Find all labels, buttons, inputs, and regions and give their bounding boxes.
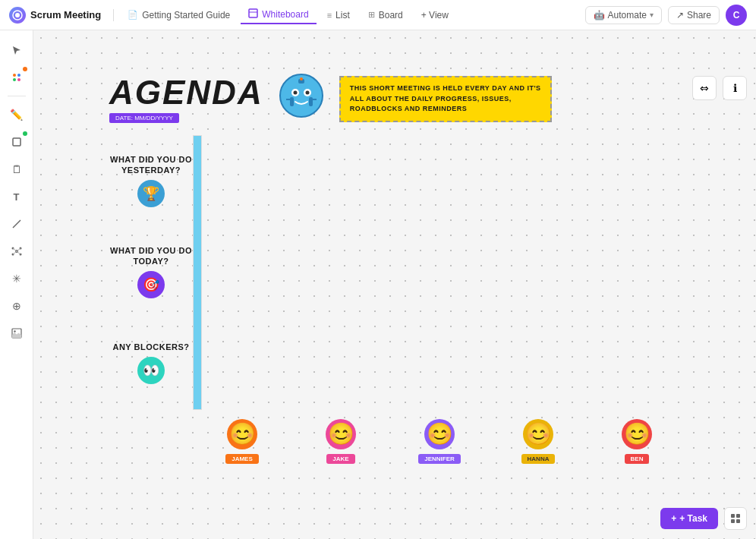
toolbar-icons: ⇔ ℹ <box>692 76 747 100</box>
svg-line-15 <box>13 248 17 251</box>
automate-button[interactable]: 🤖 Automate ▾ <box>585 6 662 24</box>
name-badge-jennifer: JENNIFER <box>418 454 461 464</box>
row-label-today-text: WHAT DID YOU DO TODAY? <box>109 245 193 267</box>
avatars-row: 😊 JAMES 😊 JAKE 😊 JENNIFER 😊 HANNA 😊 BEN <box>193 419 686 464</box>
svg-point-4 <box>13 74 16 77</box>
row-label-blockers: ANY BLOCKERS? 👀 <box>109 317 193 408</box>
left-sidebar: ✏️ 🗒 T ✳ ⊕ <box>0 30 33 539</box>
agenda-date: DATE: MM/DD/YYYY <box>109 113 179 123</box>
paint-dot <box>23 67 27 71</box>
svg-rect-33 <box>736 514 740 518</box>
svg-point-27 <box>300 77 303 80</box>
svg-rect-2 <box>249 9 257 17</box>
agenda-title-block: AGENDA DATE: MM/DD/YYYY <box>109 76 263 123</box>
svg-rect-35 <box>736 519 740 523</box>
sidebar-divider-1 <box>8 96 26 96</box>
sidebar-icon-text[interactable]: T <box>5 184 29 209</box>
nav-right: 🤖 Automate ▾ ↗ Share C <box>585 5 747 26</box>
top-navigation: Scrum Meeting 📄 Getting Started Guide Wh… <box>0 0 756 30</box>
name-badge-james: JAMES <box>225 454 259 464</box>
chevron-down-icon: ▾ <box>650 11 654 19</box>
tab-board[interactable]: ⊞ Board <box>361 7 411 24</box>
main-canvas[interactable]: ⇔ ℹ AGENDA DATE: MM/DD/YYYY <box>33 30 756 539</box>
sidebar-icon-sparkle[interactable]: ✳ <box>5 266 29 291</box>
svg-point-24 <box>293 91 297 95</box>
tab-getting-started[interactable]: 📄 Getting Started Guide <box>120 7 238 24</box>
nav-divider-1 <box>113 9 114 21</box>
board-icon: ⊞ <box>368 10 375 20</box>
sidebar-icon-square[interactable] <box>5 130 29 154</box>
avatar-col-ben: 😊 BEN <box>587 419 686 464</box>
tab-add-view[interactable]: + View <box>414 7 456 24</box>
row-labels: WHAT DID YOU DO YESTERDAY? 🏆 WHAT DID YO… <box>109 135 193 410</box>
grid-container: WHAT DID YOU DO YESTERDAY? 🏆 WHAT DID YO… <box>109 135 686 410</box>
square-dot <box>23 131 27 136</box>
svg-line-9 <box>13 220 20 228</box>
row-label-yesterday-text: WHAT DID YOU DO YESTERDAY? <box>109 154 193 176</box>
grid-cell-r2c5[interactable] <box>200 227 201 318</box>
svg-line-18 <box>17 251 20 254</box>
sidebar-icon-cursor[interactable] <box>5 38 29 62</box>
app-logo[interactable]: Scrum Meeting <box>9 7 101 24</box>
doc-icon: 📄 <box>128 10 138 20</box>
svg-point-7 <box>17 78 20 81</box>
target-icon: 🎯 <box>137 271 165 298</box>
sidebar-icon-network[interactable] <box>5 239 29 263</box>
list-icon: ≡ <box>327 11 332 20</box>
svg-point-25 <box>305 91 309 95</box>
name-badge-jake: JAKE <box>326 454 354 464</box>
avatar-ben: 😊 <box>622 419 652 449</box>
grid-cell-r3c5[interactable] <box>200 318 201 409</box>
avatar-hanna: 😊 <box>523 419 553 449</box>
svg-line-16 <box>17 248 20 251</box>
robot-icon <box>279 73 324 118</box>
avatar-col-jake: 😊 JAKE <box>291 419 390 464</box>
name-badge-hanna: HANNA <box>521 454 556 464</box>
whiteboard-icon <box>248 8 258 20</box>
sidebar-icon-pencil[interactable]: ✏️ <box>5 102 29 127</box>
whiteboard-content: AGENDA DATE: MM/DD/YYYY <box>109 76 686 464</box>
share-button[interactable]: ↗ Share <box>668 6 720 24</box>
svg-rect-8 <box>13 138 20 146</box>
sidebar-icon-globe[interactable]: ⊕ <box>5 294 29 318</box>
svg-point-5 <box>17 74 20 77</box>
eyes-icon: 👀 <box>137 357 165 384</box>
bottom-right-toolbar: + + Task <box>660 507 747 530</box>
avatar-col-jennifer: 😊 JENNIFER <box>390 419 489 464</box>
trophy-icon: 🏆 <box>137 180 165 207</box>
avatar-jennifer: 😊 <box>424 419 455 449</box>
tab-whiteboard[interactable]: Whiteboard <box>241 5 316 24</box>
tab-list[interactable]: ≡ List <box>320 7 358 24</box>
agenda-description: THIS SHORT MEETING IS HELD EVERY DAY AND… <box>339 76 552 122</box>
svg-rect-34 <box>731 519 735 523</box>
sidebar-icon-paint[interactable] <box>5 65 29 90</box>
svg-rect-32 <box>731 514 735 518</box>
svg-rect-29 <box>309 97 313 106</box>
svg-line-17 <box>13 251 17 254</box>
fit-icon[interactable]: ⇔ <box>692 76 717 100</box>
avatar-jake: 😊 <box>326 419 356 449</box>
user-avatar[interactable]: C <box>726 5 747 26</box>
task-button[interactable]: + + Task <box>660 508 718 529</box>
row-label-blockers-text: ANY BLOCKERS? <box>112 342 189 352</box>
sidebar-icon-image[interactable] <box>5 321 29 345</box>
sidebar-icon-note[interactable]: 🗒 <box>5 157 29 181</box>
grid-layout-button[interactable] <box>724 507 747 530</box>
name-badge-ben: BEN <box>625 454 650 464</box>
grid-cell-r1c5[interactable] <box>200 136 201 227</box>
svg-point-1 <box>15 13 20 17</box>
automate-icon: 🤖 <box>594 10 605 20</box>
avatar-james: 😊 <box>227 419 257 449</box>
agenda-title: AGENDA <box>109 76 263 109</box>
avatar-col-james: 😊 JAMES <box>193 419 291 464</box>
agenda-header: AGENDA DATE: MM/DD/YYYY <box>109 76 686 123</box>
row-label-yesterday: WHAT DID YOU DO YESTERDAY? 🏆 <box>109 135 193 226</box>
svg-rect-28 <box>290 97 294 106</box>
grid-main <box>193 135 202 410</box>
info-icon[interactable]: ℹ <box>723 76 747 100</box>
svg-point-6 <box>13 78 16 81</box>
row-label-today: WHAT DID YOU DO TODAY? 🎯 <box>109 226 193 317</box>
sidebar-icon-line[interactable] <box>5 212 29 236</box>
svg-point-20 <box>14 330 15 332</box>
share-icon: ↗ <box>676 10 684 20</box>
